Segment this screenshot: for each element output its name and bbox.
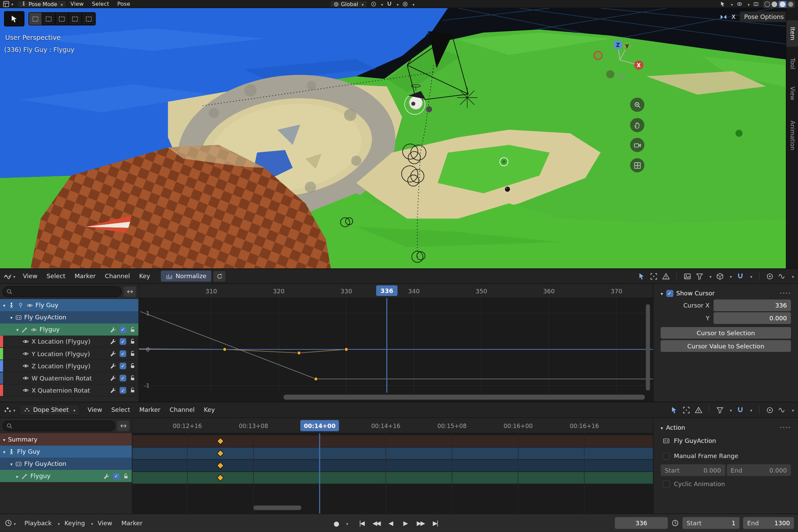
pin-icon[interactable] <box>17 302 24 308</box>
show-hidden-icon[interactable] <box>650 272 658 280</box>
channel-name[interactable]: Fly GuyAction <box>24 460 132 467</box>
modifier-wrench-icon[interactable] <box>110 338 116 345</box>
channel-row-z-location[interactable]: Z Location (Flyguy) <box>0 360 139 372</box>
vertical-scrollbar[interactable] <box>646 304 650 391</box>
current-frame-field[interactable]: 336 <box>615 517 668 529</box>
shading-rendered-icon[interactable] <box>788 1 794 7</box>
channel-name[interactable]: X Quaternion Rotat <box>32 387 107 394</box>
snap-target-chevron-icon[interactable] <box>379 1 383 7</box>
eye-icon[interactable] <box>22 375 29 381</box>
snap-chevron-icon[interactable] <box>749 406 752 414</box>
modifier-wrench-icon[interactable] <box>110 326 116 333</box>
channel-band[interactable] <box>132 472 653 484</box>
invert-filter-button[interactable] <box>117 420 129 431</box>
channel-enable-checkbox[interactable] <box>120 338 126 345</box>
eye-icon[interactable] <box>22 387 29 394</box>
select-box-new-button[interactable] <box>29 13 42 25</box>
action-name[interactable]: Fly GuyAction <box>674 437 716 444</box>
filter-icon[interactable] <box>696 272 703 280</box>
search-input[interactable] <box>3 420 115 431</box>
snap-chevron-icon[interactable] <box>749 272 752 280</box>
modifier-wrench-icon[interactable] <box>110 350 116 357</box>
modifier-wrench-icon[interactable] <box>103 473 110 479</box>
menu-view[interactable]: View <box>66 1 88 7</box>
snap-magnet-icon[interactable] <box>386 1 392 7</box>
channel-row-flyguy-action[interactable]: Fly GuyAction <box>0 311 139 323</box>
keyframe-point[interactable] <box>297 351 301 355</box>
gizmo-y-negative[interactable] <box>606 70 614 78</box>
expand-icon[interactable] <box>16 326 19 333</box>
ge-menu-key[interactable]: Key <box>134 272 155 280</box>
ruler-frame-label[interactable]: 320 <box>273 288 285 295</box>
ruler-frame-label[interactable]: 360 <box>543 288 555 295</box>
filter-chevron-icon[interactable] <box>708 272 711 280</box>
editor-type-chevron-icon[interactable] <box>10 1 14 7</box>
lock-icon[interactable] <box>129 375 136 381</box>
filter-chevron-icon[interactable] <box>728 406 732 414</box>
channel-name[interactable]: X Location (Flyguy) <box>32 338 107 345</box>
play-reverse-button[interactable] <box>384 517 397 529</box>
auto-normalize-refresh-button[interactable] <box>214 271 226 282</box>
show-hidden-icon[interactable] <box>683 406 690 414</box>
overlays-toggle-icon[interactable] <box>737 1 743 7</box>
select-box-extend-button[interactable] <box>42 13 55 25</box>
extrapolation-icon[interactable] <box>778 272 786 280</box>
horizontal-scrollbar[interactable] <box>284 395 645 400</box>
manual-frame-range-checkbox[interactable] <box>663 453 670 460</box>
jump-to-end-button[interactable] <box>429 517 441 529</box>
ruler-time-label[interactable]: 00:14+16 <box>371 423 400 430</box>
range-start-field[interactable]: Start 0.000 <box>660 464 725 476</box>
frame-start-field[interactable]: Start 1 <box>683 517 740 529</box>
ghost-curves-icon[interactable] <box>684 272 691 280</box>
modifier-wrench-icon[interactable] <box>110 387 116 394</box>
only-errors-icon[interactable] <box>695 406 702 414</box>
expand-icon[interactable] <box>10 314 13 321</box>
eye-icon[interactable] <box>26 302 33 308</box>
cursor-x-field[interactable]: 336 <box>713 299 791 311</box>
channel-enable-checkbox[interactable] <box>120 350 126 357</box>
menu-select[interactable]: Select <box>88 1 113 7</box>
snap-icon[interactable] <box>737 272 744 280</box>
channel-name[interactable]: Flyguy <box>39 326 107 333</box>
lock-icon[interactable] <box>129 387 136 394</box>
keyframe-point[interactable] <box>223 348 227 352</box>
normalize-button[interactable]: Normalize <box>161 270 212 282</box>
eye-icon[interactable] <box>22 338 29 345</box>
panel-grip[interactable] <box>780 290 791 297</box>
graph-editor-type-chevron-icon[interactable] <box>12 272 16 280</box>
marker-menu[interactable]: Marker <box>117 519 147 527</box>
dope-sheet-key-area[interactable]: 00:12+1600:13+0800:14+1600:15+0800:16+00… <box>132 418 653 513</box>
channel-name[interactable]: Y Location (Flyguy) <box>32 350 107 357</box>
tab-view[interactable]: View <box>786 80 798 107</box>
dope-sheet-type-icon[interactable] <box>4 406 12 414</box>
keying-menu[interactable]: Keying <box>60 519 90 527</box>
expand-icon[interactable] <box>10 460 13 467</box>
only-errors-icon[interactable] <box>662 272 670 280</box>
modifier-wrench-icon[interactable] <box>110 363 116 369</box>
ruler-time-label[interactable]: 00:16+00 <box>503 423 532 430</box>
filter-icon[interactable] <box>716 406 724 414</box>
view-menu[interactable]: View <box>93 519 117 527</box>
ds-menu-key[interactable]: Key <box>199 406 220 414</box>
frame-end-field[interactable]: End 1300 <box>743 517 794 529</box>
use-preview-range-icon[interactable] <box>671 519 679 527</box>
x-mirror-label[interactable]: X <box>731 13 736 20</box>
eye-icon[interactable] <box>22 363 29 369</box>
proportional-icon[interactable] <box>766 272 774 280</box>
ds-search[interactable] <box>3 420 115 431</box>
ge-search[interactable] <box>3 286 122 297</box>
cursor-y-field[interactable]: 0.000 <box>713 312 791 324</box>
cursor-value-to-selection-button[interactable]: Cursor Value to Selection <box>660 340 791 352</box>
ruler-time-label[interactable]: 00:12+16 <box>173 423 202 430</box>
channel-name[interactable]: Summary <box>8 436 132 443</box>
channel-row-flyguy-bone[interactable]: Flyguy <box>0 470 132 482</box>
editor-type-icon[interactable] <box>3 0 10 7</box>
tab-tool[interactable]: Tool <box>786 51 798 76</box>
active-tool-button[interactable] <box>4 11 24 26</box>
only-selected-icon[interactable] <box>670 406 678 414</box>
panel-expand-icon[interactable] <box>660 424 663 431</box>
xray-toggle-icon[interactable] <box>754 1 760 7</box>
cyclic-animation-checkbox[interactable] <box>663 481 670 488</box>
shading-solid-icon[interactable] <box>772 1 777 7</box>
show-cursor-panel-header[interactable]: Show Cursor <box>660 287 791 300</box>
